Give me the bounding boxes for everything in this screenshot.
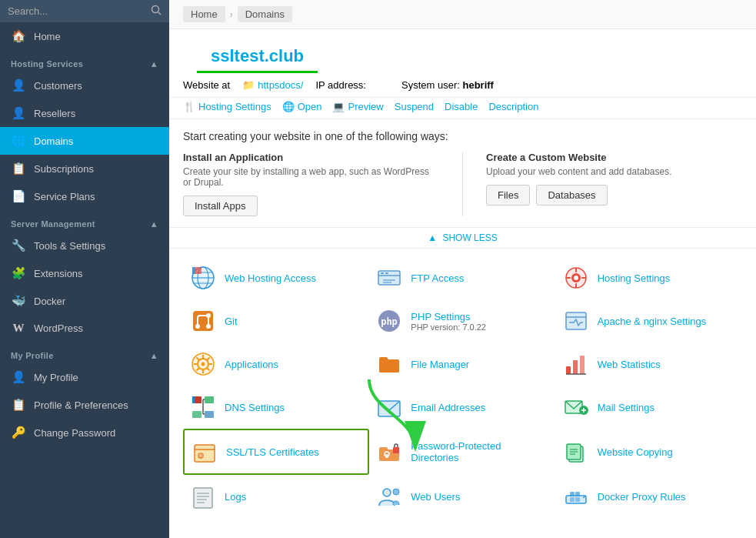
- sidebar-item-label: WordPress: [34, 322, 83, 334]
- svg-rect-9: [192, 267, 195, 274]
- svg-rect-13: [385, 272, 388, 274]
- chevron-up-icon: ▲: [150, 351, 158, 360]
- icon-logs-label: Logs: [225, 491, 246, 503]
- icon-website-copying[interactable]: Website Copying: [556, 429, 742, 475]
- install-app-heading: Install an Application: [183, 152, 439, 163]
- icon-logs[interactable]: Logs: [183, 475, 369, 518]
- icon-web-stats[interactable]: Web Statistics: [556, 343, 742, 386]
- sidebar-item-service-plans[interactable]: 📄 Service Plans: [0, 182, 169, 210]
- hosting-settings-link[interactable]: 🍴 Hosting Settings: [183, 101, 271, 112]
- files-button[interactable]: Files: [486, 185, 530, 206]
- divider: [462, 152, 463, 216]
- icon-mail-settings-label: Mail Settings: [598, 402, 654, 413]
- sidebar-item-preferences[interactable]: 📋 Profile & Preferences: [0, 391, 169, 419]
- icon-docker-proxy-label: Docker Proxy Rules: [598, 491, 686, 503]
- sidebar-item-change-password[interactable]: 🔑 Change Password: [0, 419, 169, 446]
- section-my-profile[interactable]: My Profile ▲: [0, 345, 169, 363]
- dns-icon: [189, 393, 217, 421]
- sidebar-item-label: My Profile: [34, 372, 78, 383]
- httpsdocs-link[interactable]: httpsdocs/: [258, 79, 303, 91]
- system-user-value: hebriff: [462, 79, 493, 91]
- breadcrumb-home[interactable]: Home: [183, 6, 225, 22]
- svg-rect-12: [381, 272, 384, 274]
- custom-website-heading: Create a Custom Website: [486, 152, 742, 163]
- my-profile-icon: 👤: [11, 370, 26, 384]
- svg-point-25: [206, 313, 211, 318]
- icon-applications[interactable]: Applications: [183, 343, 369, 386]
- icon-git[interactable]: Git: [183, 299, 369, 343]
- sidebar-item-tools[interactable]: 🔧 Tools & Settings: [0, 232, 169, 259]
- install-app-desc: Create your site by installing a web app…: [183, 166, 439, 188]
- php-icon: php: [375, 307, 403, 335]
- sidebar-item-my-profile[interactable]: 👤 My Profile: [0, 363, 169, 391]
- icon-apache[interactable]: Apache & nginx Settings: [556, 299, 742, 343]
- logs-icon: [189, 483, 217, 510]
- svg-rect-21: [566, 277, 571, 279]
- preview-link[interactable]: 💻 Preview: [332, 101, 383, 112]
- sidebar-item-wordpress[interactable]: W WordPress: [0, 315, 169, 342]
- getting-started-title: Start creating your website in one of th…: [183, 130, 742, 142]
- icons-section: Web Hosting Access FTP Access: [169, 249, 756, 526]
- section-label: Server Management: [11, 219, 95, 229]
- sidebar-item-subscriptions[interactable]: 📋 Subscriptions: [0, 155, 169, 182]
- password-icon: 🔑: [11, 426, 26, 439]
- databases-button[interactable]: Databases: [536, 185, 607, 206]
- sidebar-item-docker[interactable]: 🐳 Docker: [0, 287, 169, 315]
- suspend-link[interactable]: Suspend: [395, 101, 434, 112]
- hosting-settings-icon: [562, 264, 590, 292]
- chevron-up-icon: ▲: [150, 59, 158, 69]
- icon-ftp-label: FTP Access: [411, 272, 464, 284]
- sidebar-item-label: Domains: [34, 135, 73, 147]
- icon-hosting-settings[interactable]: Hosting Settings: [556, 256, 742, 299]
- icon-web-hosting[interactable]: Web Hosting Access: [183, 256, 369, 299]
- preview-icon: 💻: [332, 101, 345, 112]
- sidebar-item-extensions[interactable]: 🧩 Extensions: [0, 259, 169, 287]
- icon-email[interactable]: Email Addresses: [369, 386, 555, 429]
- icon-apache-label: Apache & nginx Settings: [598, 316, 707, 327]
- sidebar-item-resellers[interactable]: 👤 Resellers: [0, 99, 169, 127]
- install-apps-button[interactable]: Install Apps: [183, 195, 258, 216]
- sidebar-item-customers[interactable]: 👤 Customers: [0, 72, 169, 99]
- open-link[interactable]: 🌐 Open: [282, 101, 322, 112]
- icon-ssl[interactable]: SSL/TLS Certificates: [183, 429, 369, 475]
- icon-dns[interactable]: DNS Settings: [183, 386, 369, 429]
- web-users-icon: [375, 483, 403, 510]
- section-label: My Profile: [11, 351, 54, 360]
- section-server-management[interactable]: Server Management ▲: [0, 213, 169, 232]
- main-content: Home › Domains ssltest.club Website at 📁…: [169, 0, 756, 538]
- disable-link[interactable]: Disable: [445, 101, 478, 112]
- show-less-bar[interactable]: ▲ SHOW LESS: [169, 228, 756, 249]
- search-icon: [151, 5, 162, 18]
- svg-point-24: [195, 324, 200, 329]
- web-hosting-icon: [189, 264, 217, 292]
- getting-started: Start creating your website in one of th…: [169, 119, 756, 228]
- applications-icon: [189, 350, 217, 378]
- svg-rect-62: [195, 445, 215, 462]
- sidebar-item-home[interactable]: 🏠 Home: [0, 22, 169, 50]
- service-plans-icon: 📄: [11, 189, 26, 203]
- settings-icon: 🍴: [183, 101, 195, 112]
- icon-docker-proxy[interactable]: Docker Proxy Rules: [556, 475, 742, 518]
- icon-file-manager[interactable]: File Manager: [369, 343, 555, 386]
- icon-password-dirs[interactable]: Password-Protected Directories: [369, 429, 555, 475]
- open-icon: 🌐: [282, 101, 295, 112]
- breadcrumb-domains[interactable]: Domains: [238, 6, 292, 22]
- sidebar-item-domains[interactable]: 🌐 Domains: [0, 127, 169, 155]
- search-input[interactable]: [8, 5, 146, 17]
- icon-mail-settings[interactable]: Mail Settings: [556, 386, 742, 429]
- docker-icon: 🐳: [11, 294, 26, 308]
- svg-point-26: [206, 324, 211, 329]
- icon-hosting-settings-label: Hosting Settings: [598, 272, 671, 284]
- icon-web-users[interactable]: Web Users: [369, 475, 555, 518]
- icon-ftp[interactable]: FTP Access: [369, 256, 555, 299]
- icon-php[interactable]: php PHP Settings PHP version: 7.0.22: [369, 299, 555, 343]
- section-hosting-services[interactable]: Hosting Services ▲: [0, 53, 169, 72]
- icon-web-users-label: Web Users: [411, 491, 460, 503]
- mail-settings-icon: [562, 393, 590, 421]
- git-icon: [189, 307, 217, 335]
- customers-icon: 👤: [11, 79, 26, 92]
- icons-grid: Web Hosting Access FTP Access: [169, 249, 756, 526]
- search-box[interactable]: [0, 0, 169, 22]
- install-app-section: Install an Application Create your site …: [183, 152, 439, 216]
- description-link[interactable]: Description: [488, 101, 538, 112]
